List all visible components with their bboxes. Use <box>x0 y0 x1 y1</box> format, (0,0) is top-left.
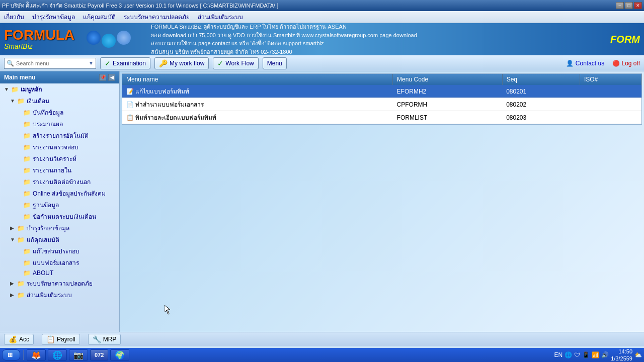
menu-maintain[interactable]: บำรุงรักษาข้อมูล <box>32 12 75 22</box>
logo-area: FORMULA SmartBiz <box>4 28 74 50</box>
sidebar-item-about[interactable]: 📁 ABOUT <box>0 268 119 278</box>
sidebar-item-properties[interactable]: ▼ 📁 แก้คุณสมบัติ <box>0 234 119 245</box>
taskbar-app1[interactable]: 📷 <box>69 349 88 360</box>
sidebar-collapse-button[interactable]: ◀ <box>108 74 115 81</box>
sidebar-item-record[interactable]: 📁 บันทึกข้อมูล <box>0 107 119 118</box>
logoff-button[interactable]: 🔴 Log off <box>612 60 640 67</box>
table-row[interactable]: 📋 พิมพ์รายละเอียดแบบฟอร์มพิมพ์ FORMLIST … <box>122 111 641 124</box>
sidebar-item-security2[interactable]: ▶ 📁 ระบบรักษาความปลอดภัย <box>0 278 119 289</box>
taskbar-firefox[interactable]: 🦊 <box>27 349 46 360</box>
sidebar-title: Main menu <box>4 74 36 81</box>
header-line3: สอบถามการใช้งาน page contact us หรือ 'สั… <box>151 39 610 48</box>
sidebar-item-analyze[interactable]: 📁 รายงานวิเคราะห์ <box>0 153 119 164</box>
cell-iso <box>580 111 641 124</box>
sidebar-item-salary[interactable]: ▼ 📁 เงินเดือน <box>0 95 119 107</box>
sidebar-label-components: แก้ไขส่วนประกอบ <box>33 246 79 256</box>
cell-code: CPFORMH <box>393 98 503 111</box>
folder-icon-about: 📁 <box>23 269 31 277</box>
sidebar-item-auto[interactable]: 📁 สร้างรายการอัตโนมัติ <box>0 130 119 141</box>
row-icon: 📝 <box>126 88 134 95</box>
cell-code: EFORMH2 <box>393 85 503 98</box>
menu-addon[interactable]: ส่วนเพิ่มเติมระบบ <box>198 12 243 22</box>
cell-name: 📋 พิมพ์รายละเอียดแบบฟอร์มพิมพ์ <box>122 111 393 124</box>
menu-properties[interactable]: แก้คุณสมบัติ <box>83 12 116 22</box>
acc-label: Acc <box>19 336 29 343</box>
folder-icon-addon: 📁 <box>17 292 25 299</box>
folder-icon-properties: 📁 <box>17 236 25 243</box>
taskbar-app2[interactable]: 🌍 <box>110 349 129 360</box>
sidebar-label-online: Online ส่งข้อมูลประกันสังคม <box>33 189 106 198</box>
minimize-button[interactable]: – <box>616 2 624 9</box>
logo-circle-blue <box>87 31 101 45</box>
sidebar-item-online[interactable]: 📁 Online ส่งข้อมูลประกันสังคม <box>0 188 119 199</box>
sidebar-item-addon[interactable]: ▶ 📁 ส่วนเพิ่มเติมระบบ <box>0 289 119 301</box>
tray-app: 📱 <box>582 351 590 358</box>
close-button[interactable]: ✕ <box>634 2 642 9</box>
sidebar-item-database[interactable]: 📁 ฐานข้อมูล <box>0 199 119 211</box>
expand-icon-security2: ▶ <box>10 281 15 286</box>
taskbar-num-label: 072 <box>95 352 104 358</box>
table-header-row: Menu name Menu Code Seq ISO# <box>122 74 641 85</box>
examination-button[interactable]: ✓ Examination <box>100 57 150 69</box>
sidebar-item-internal[interactable]: 📁 รายงานภายใน <box>0 164 119 176</box>
logoff-icon: 🔴 <box>612 60 620 67</box>
sidebar-item-mainmenu[interactable]: ▼ 📁 เมนูหลัก <box>0 83 119 95</box>
sidebar-label-estimate: ประมาณผล <box>33 119 63 129</box>
header-line1: FORMULA SmartBiz คู่ค้าระบบบัญชีและ ERP … <box>151 23 610 31</box>
row-name-text: ทำสำนาแบบฟอร์มเอกสาร <box>135 101 204 108</box>
expand-icon-maintain: ▶ <box>10 225 15 231</box>
search-magnifier-icon: ▼ <box>89 60 94 66</box>
acc-icon: 💰 <box>9 335 17 343</box>
menu-about[interactable]: เกี่ยวกับ <box>4 12 24 22</box>
tray-lang: EN <box>554 351 563 358</box>
folder-icon-sysconfig: 📁 <box>23 213 31 220</box>
sidebar-item-external[interactable]: 📁 รายงานติดต่อข้างนอก <box>0 176 119 188</box>
taskbar-num[interactable]: 072 <box>90 349 108 360</box>
sidebar-item-estimate[interactable]: 📁 ประมาณผล <box>0 118 119 130</box>
menu-button[interactable]: Menu <box>263 57 287 69</box>
sidebar-label-maintain: บำรุงรักษาข้อมูล <box>27 223 69 233</box>
myworkflow-button[interactable]: 🔑 My work flow <box>154 57 209 69</box>
sidebar-header: Main menu 📌 ◀ <box>0 71 119 83</box>
folder-icon-audit: 📁 <box>23 144 31 151</box>
sidebar-item-audit[interactable]: 📁 รายงานตรวจสอบ <box>0 141 119 153</box>
sidebar-pin-button[interactable]: 📌 <box>99 74 106 81</box>
col-header-iso: ISO# <box>580 74 641 85</box>
start-icon: ⊞ <box>8 351 13 358</box>
main-content: Main menu 📌 ◀ ▼ 📁 เมนูหลัก ▼ 📁 เงินเดือน… <box>0 71 644 332</box>
contact-button[interactable]: 👤 Contact us <box>566 60 604 67</box>
menu-table: Menu name Menu Code Seq ISO# 📝 แก้ไขแบบฟ… <box>122 74 641 124</box>
sidebar-item-forms[interactable]: 📁 แบบฟอร์มเอกสาร <box>0 257 119 268</box>
sidebar-item-components[interactable]: 📁 แก้ไขส่วนประกอบ <box>0 245 119 257</box>
taskbar-chrome[interactable]: 🌐 <box>48 349 67 360</box>
clock-time: 14:50 <box>611 348 632 355</box>
clock-date: 1/3/2559 <box>611 355 632 362</box>
sidebar-label-external: รายงานติดต่อข้างนอก <box>33 177 91 187</box>
workflow-check-icon: ✓ <box>217 59 223 67</box>
menu-security[interactable]: ระบบรักษาความปลอดภัย <box>124 12 190 22</box>
maximize-button[interactable]: □ <box>625 2 633 9</box>
myworkflow-label: My work flow <box>170 60 204 67</box>
tray-network: 🌐 <box>565 351 572 358</box>
statusbar: 💰 Acc 📋 Payroll 🔧 MRP <box>0 332 644 346</box>
table-row[interactable]: 📝 แก้ไขแบบฟอร์มพิมพ์ EFORMH2 080201 <box>122 85 641 98</box>
examination-label: Examination <box>113 60 146 67</box>
header-text: FORMULA SmartBiz คู่ค้าระบบบัญชีและ ERP … <box>151 23 610 56</box>
acc-button[interactable]: 💰 Acc <box>4 334 34 345</box>
start-button[interactable]: ⊞ <box>2 349 20 360</box>
cell-iso <box>580 98 641 111</box>
col-header-seq: Seq <box>502 74 580 85</box>
sidebar-item-maintain[interactable]: ▶ 📁 บำรุงรักษาข้อมูล <box>0 222 119 234</box>
table-row[interactable]: 📄 ทำสำนาแบบฟอร์มเอกสาร CPFORMH 080202 <box>122 98 641 111</box>
folder-icon-external: 📁 <box>23 178 31 186</box>
workflow-button[interactable]: ✓ Work Flow <box>213 57 258 69</box>
mrp-button[interactable]: 🔧 MRP <box>88 334 121 345</box>
sidebar-item-sysconfig[interactable]: 📁 ข้อกำหนดระบบเงินเดือน <box>0 211 119 222</box>
toolbar: 🔍 ▼ ✓ Examination 🔑 My work flow ✓ Work … <box>0 55 644 71</box>
mrp-icon: 🔧 <box>93 335 101 343</box>
folder-icon-record: 📁 <box>23 109 31 116</box>
taskbar-right: EN 🌐 🛡 📱 📶 🔊 14:50 1/3/2559 ⛅ <box>554 348 642 362</box>
row-icon: 📋 <box>126 114 134 121</box>
search-input[interactable] <box>16 60 87 66</box>
payroll-button[interactable]: 📋 Payroll <box>42 334 80 345</box>
